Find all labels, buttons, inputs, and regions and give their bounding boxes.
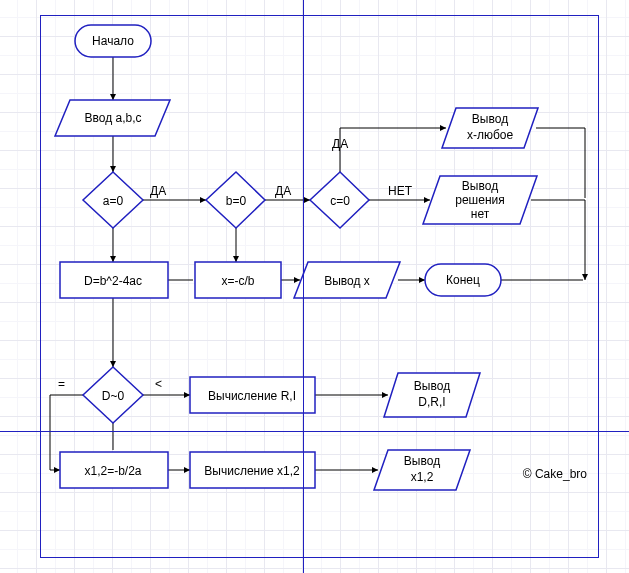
frame-vline <box>303 0 304 573</box>
outer-frame <box>40 15 599 558</box>
watermark: © Cake_bro <box>523 467 587 481</box>
frame-hline <box>0 431 629 432</box>
